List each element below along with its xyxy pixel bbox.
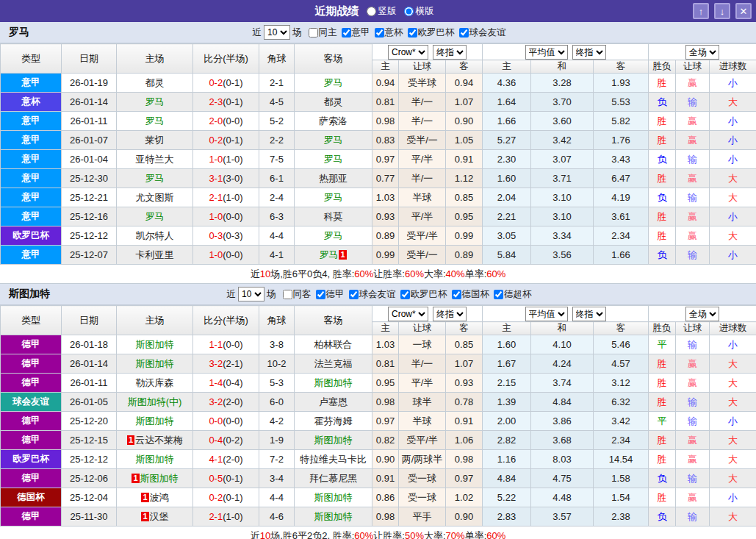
result-handicap: 赢: [676, 112, 710, 131]
league-filter[interactable]: 欧罗巴杯: [408, 26, 455, 39]
league-filter[interactable]: 球会友谊: [459, 26, 506, 39]
away-team: 斯图加特: [295, 488, 372, 507]
avg-home-odds: 5.27: [483, 131, 531, 150]
team-label: 斯图加特: [314, 435, 353, 446]
league-filter[interactable]: 球会友谊: [349, 288, 396, 301]
bookmaker-select[interactable]: Crow*: [388, 45, 428, 60]
league-badge: 意甲: [1, 207, 62, 226]
league-checkbox[interactable]: [408, 28, 417, 38]
league-checkbox[interactable]: [459, 28, 469, 38]
league-badge: 德甲: [1, 335, 62, 354]
avg-away-odds: 14.54: [594, 450, 649, 469]
home-team: 斯图加特(中): [117, 393, 193, 412]
away-team: 斯图加特: [295, 431, 372, 450]
league-checkbox[interactable]: [494, 290, 503, 299]
period-group: 全场: [649, 44, 756, 60]
result-wdl: 胜: [649, 431, 676, 450]
average-select[interactable]: 平均值: [525, 45, 568, 60]
league-filter[interactable]: 德甲: [316, 288, 345, 301]
league-filter[interactable]: 德超杯: [494, 288, 532, 301]
handicap-away-odds: 1.07: [446, 93, 483, 112]
avg-draw-odds: 3.10: [531, 188, 594, 207]
bookmaker-group: Crow*终指: [372, 306, 483, 322]
sub-column-header: 客: [446, 60, 483, 74]
vertical-radio[interactable]: [367, 7, 376, 16]
bookmaker-select[interactable]: Crow*: [388, 307, 428, 321]
away-team: 罗马1: [295, 246, 372, 265]
match-date: 25-12-04: [62, 488, 117, 507]
away-team: 热那亚: [295, 169, 372, 188]
same-venue-filter[interactable]: 同主: [309, 26, 337, 39]
league-checkbox[interactable]: [342, 28, 351, 38]
league-filter-label: 德国杯: [462, 288, 490, 301]
sub-column-header: 主: [372, 322, 399, 335]
handicap-home-odds: 1.03: [372, 188, 399, 207]
league-checkbox[interactable]: [375, 28, 384, 38]
result-handicap: 输: [676, 412, 710, 431]
rounds-select[interactable]: 10: [238, 287, 264, 301]
period-select[interactable]: 全场: [685, 45, 719, 60]
team-label: 凯尔特人: [136, 230, 174, 241]
league-badge: 欧罗巴杯: [1, 226, 62, 246]
average-select[interactable]: 平均值: [525, 307, 568, 321]
handicap-home-odds: 0.82: [372, 431, 399, 450]
league-badge: 意甲: [1, 131, 62, 150]
period-select[interactable]: 全场: [685, 307, 719, 321]
league-checkbox[interactable]: [400, 290, 410, 299]
result-handicap: 赢: [676, 131, 710, 150]
avg-draw-odds: 4.10: [531, 335, 594, 354]
match-row: 欧罗巴杯 25-12-12 凯尔特人 0-3(0-3) 4-4 罗马 0.89 …: [1, 226, 756, 246]
result-handicap: 赢: [676, 431, 710, 450]
red-card-badge: 1: [132, 474, 139, 483]
league-checkbox[interactable]: [349, 290, 359, 299]
corner-score: 2-2: [259, 131, 295, 150]
league-checkbox[interactable]: [316, 290, 325, 299]
result-goals: 小: [710, 488, 756, 507]
match-date: 26-01-19: [62, 74, 117, 93]
same-venue-checkbox[interactable]: [283, 290, 292, 299]
summary-text: 60%: [486, 530, 505, 539]
filter-bar: 近 10 场 同主 意甲 意杯 欧罗巴杯 球会友谊: [251, 25, 506, 40]
result-goals: 大: [710, 226, 756, 246]
result-handicap: 输: [676, 507, 710, 526]
handicap-home-odds: 0.93: [372, 207, 399, 226]
league-filter[interactable]: 德国杯: [452, 288, 490, 301]
same-venue-filter[interactable]: 同客: [283, 288, 312, 301]
league-filter[interactable]: 意甲: [342, 26, 370, 39]
average-select[interactable]: 终指: [572, 307, 606, 321]
team-label: 都灵: [145, 77, 165, 88]
league-filter[interactable]: 欧罗巴杯: [400, 288, 447, 301]
team-label: 云达不莱梅: [135, 435, 183, 446]
rounds-select[interactable]: 10: [264, 25, 290, 40]
summary-text: 单率:: [465, 268, 487, 281]
league-checkbox[interactable]: [452, 290, 461, 299]
league-badge: 德甲: [1, 469, 62, 488]
avg-draw-odds: 3.07: [531, 150, 594, 169]
handicap-line: 受平/半: [399, 431, 446, 450]
move-up-button[interactable]: ↑: [693, 3, 709, 19]
avg-draw-odds: 8.03: [531, 450, 594, 469]
move-down-button[interactable]: ↓: [714, 3, 730, 19]
result-handicap: 输: [676, 469, 710, 488]
handicap-away-odds: 0.99: [446, 226, 483, 246]
league-filter[interactable]: 意杯: [375, 26, 403, 39]
average-select[interactable]: 终指: [572, 45, 606, 60]
avg-home-odds: 3.05: [483, 226, 531, 246]
layout-option-horizontal[interactable]: 横版: [404, 5, 434, 18]
same-venue-checkbox[interactable]: [309, 28, 318, 38]
match-row: 德甲 25-12-06 1斯图加特 0-5(0-1) 3-4 拜仁慕尼黑 0.9…: [1, 469, 756, 488]
avg-away-odds: 6.32: [594, 393, 649, 412]
bookmaker-select[interactable]: 终指: [433, 45, 467, 60]
handicap-away-odds: 1.05: [446, 131, 483, 150]
layout-option-vertical[interactable]: 竖版: [367, 5, 397, 18]
close-button[interactable]: ✕: [735, 3, 752, 19]
league-filter-label: 球会友谊: [469, 26, 506, 39]
horizontal-radio[interactable]: [404, 7, 414, 16]
league-badge: 意甲: [1, 188, 62, 207]
bookmaker-select[interactable]: 终指: [433, 307, 467, 321]
team-label: 斯图加特: [136, 358, 174, 369]
team-label: 亚特兰大: [136, 154, 174, 165]
result-goals: 大: [710, 469, 756, 488]
score: 1-0(0-0): [193, 246, 259, 265]
score: 1-4(0-4): [193, 374, 259, 393]
